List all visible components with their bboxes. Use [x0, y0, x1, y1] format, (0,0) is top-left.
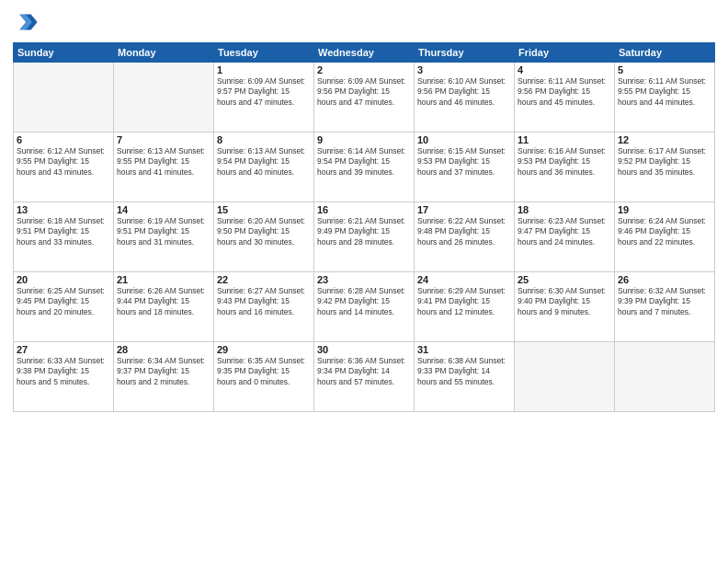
day-number: 3: [417, 64, 511, 75]
day-number: 15: [217, 204, 311, 215]
page: SundayMondayTuesdayWednesdayThursdayFrid…: [0, 0, 728, 563]
day-info: Sunrise: 6:11 AM Sunset: 9:55 PM Dayligh…: [618, 76, 711, 108]
day-number: 4: [518, 64, 611, 75]
day-cell: [515, 342, 615, 412]
day-cell: 31Sunrise: 6:38 AM Sunset: 9:33 PM Dayli…: [415, 342, 515, 412]
day-number: 25: [518, 274, 611, 285]
day-info: Sunrise: 6:09 AM Sunset: 9:57 PM Dayligh…: [217, 76, 311, 108]
day-cell: 16Sunrise: 6:21 AM Sunset: 9:49 PM Dayli…: [314, 202, 415, 272]
day-number: 22: [217, 274, 311, 285]
col-header-saturday: Saturday: [615, 43, 715, 63]
day-cell: 23Sunrise: 6:28 AM Sunset: 9:42 PM Dayli…: [314, 272, 415, 342]
day-info: Sunrise: 6:35 AM Sunset: 9:35 PM Dayligh…: [217, 356, 311, 387]
day-number: 29: [217, 344, 311, 355]
day-info: Sunrise: 6:34 AM Sunset: 9:37 PM Dayligh…: [117, 356, 210, 387]
day-info: Sunrise: 6:22 AM Sunset: 9:48 PM Dayligh…: [417, 216, 511, 247]
day-cell: 2Sunrise: 6:09 AM Sunset: 9:56 PM Daylig…: [314, 63, 415, 132]
day-info: Sunrise: 6:24 AM Sunset: 9:46 PM Dayligh…: [618, 216, 711, 247]
day-number: 8: [217, 134, 311, 145]
day-info: Sunrise: 6:18 AM Sunset: 9:51 PM Dayligh…: [17, 216, 110, 247]
day-info: Sunrise: 6:29 AM Sunset: 9:41 PM Dayligh…: [417, 286, 511, 317]
day-cell: [14, 63, 114, 132]
day-cell: 15Sunrise: 6:20 AM Sunset: 9:50 PM Dayli…: [214, 202, 314, 272]
day-number: 11: [518, 134, 611, 145]
day-number: 19: [618, 204, 711, 215]
day-number: 14: [117, 204, 210, 215]
day-info: Sunrise: 6:10 AM Sunset: 9:56 PM Dayligh…: [417, 76, 511, 108]
day-info: Sunrise: 6:11 AM Sunset: 9:56 PM Dayligh…: [518, 76, 611, 108]
day-cell: 13Sunrise: 6:18 AM Sunset: 9:51 PM Dayli…: [14, 202, 114, 272]
day-info: Sunrise: 6:20 AM Sunset: 9:50 PM Dayligh…: [217, 216, 311, 247]
col-header-monday: Monday: [114, 43, 214, 63]
day-number: 30: [317, 344, 411, 355]
day-cell: 11Sunrise: 6:16 AM Sunset: 9:53 PM Dayli…: [515, 132, 615, 202]
day-cell: [114, 63, 214, 132]
col-header-tuesday: Tuesday: [214, 43, 314, 63]
day-info: Sunrise: 6:25 AM Sunset: 9:45 PM Dayligh…: [17, 286, 110, 317]
day-cell: 3Sunrise: 6:10 AM Sunset: 9:56 PM Daylig…: [415, 63, 515, 132]
day-info: Sunrise: 6:33 AM Sunset: 9:38 PM Dayligh…: [17, 356, 110, 387]
day-info: Sunrise: 6:17 AM Sunset: 9:52 PM Dayligh…: [618, 146, 711, 178]
week-row-1: 6Sunrise: 6:12 AM Sunset: 9:55 PM Daylig…: [14, 132, 715, 202]
week-row-0: 1Sunrise: 6:09 AM Sunset: 9:57 PM Daylig…: [14, 63, 715, 132]
day-number: 12: [618, 134, 711, 145]
day-cell: 22Sunrise: 6:27 AM Sunset: 9:43 PM Dayli…: [214, 272, 314, 342]
day-cell: 18Sunrise: 6:23 AM Sunset: 9:47 PM Dayli…: [515, 202, 615, 272]
day-cell: 7Sunrise: 6:13 AM Sunset: 9:55 PM Daylig…: [114, 132, 214, 202]
day-number: 16: [317, 204, 411, 215]
day-info: Sunrise: 6:30 AM Sunset: 9:40 PM Dayligh…: [518, 286, 611, 317]
day-info: Sunrise: 6:28 AM Sunset: 9:42 PM Dayligh…: [317, 286, 411, 317]
calendar-table: SundayMondayTuesdayWednesdayThursdayFrid…: [13, 42, 715, 412]
col-header-friday: Friday: [515, 43, 615, 63]
day-cell: 10Sunrise: 6:15 AM Sunset: 9:53 PM Dayli…: [415, 132, 515, 202]
day-number: 10: [417, 134, 511, 145]
week-row-2: 13Sunrise: 6:18 AM Sunset: 9:51 PM Dayli…: [14, 202, 715, 272]
day-info: Sunrise: 6:14 AM Sunset: 9:54 PM Dayligh…: [317, 146, 411, 178]
day-cell: 1Sunrise: 6:09 AM Sunset: 9:57 PM Daylig…: [214, 63, 314, 132]
day-cell: 21Sunrise: 6:26 AM Sunset: 9:44 PM Dayli…: [114, 272, 214, 342]
day-info: Sunrise: 6:38 AM Sunset: 9:33 PM Dayligh…: [417, 356, 511, 387]
day-number: 17: [417, 204, 511, 215]
day-number: 28: [117, 344, 210, 355]
day-cell: 14Sunrise: 6:19 AM Sunset: 9:51 PM Dayli…: [114, 202, 214, 272]
day-cell: 29Sunrise: 6:35 AM Sunset: 9:35 PM Dayli…: [214, 342, 314, 412]
day-number: 26: [618, 274, 711, 285]
day-info: Sunrise: 6:15 AM Sunset: 9:53 PM Dayligh…: [417, 146, 511, 178]
week-row-3: 20Sunrise: 6:25 AM Sunset: 9:45 PM Dayli…: [14, 272, 715, 342]
day-info: Sunrise: 6:26 AM Sunset: 9:44 PM Dayligh…: [117, 286, 210, 317]
day-cell: 19Sunrise: 6:24 AM Sunset: 9:46 PM Dayli…: [615, 202, 715, 272]
day-number: 7: [117, 134, 210, 145]
day-info: Sunrise: 6:13 AM Sunset: 9:55 PM Dayligh…: [117, 146, 210, 178]
day-number: 24: [417, 274, 511, 285]
day-cell: 4Sunrise: 6:11 AM Sunset: 9:56 PM Daylig…: [515, 63, 615, 132]
col-header-sunday: Sunday: [14, 43, 114, 63]
day-info: Sunrise: 6:13 AM Sunset: 9:54 PM Dayligh…: [217, 146, 311, 178]
logo-icon: [13, 9, 39, 35]
day-number: 31: [417, 344, 511, 355]
day-number: 2: [317, 64, 411, 75]
day-cell: 6Sunrise: 6:12 AM Sunset: 9:55 PM Daylig…: [14, 132, 114, 202]
day-number: 13: [17, 204, 110, 215]
day-cell: 26Sunrise: 6:32 AM Sunset: 9:39 PM Dayli…: [615, 272, 715, 342]
day-cell: 8Sunrise: 6:13 AM Sunset: 9:54 PM Daylig…: [214, 132, 314, 202]
day-cell: 25Sunrise: 6:30 AM Sunset: 9:40 PM Dayli…: [515, 272, 615, 342]
day-number: 9: [317, 134, 411, 145]
day-number: 6: [17, 134, 110, 145]
day-info: Sunrise: 6:12 AM Sunset: 9:55 PM Dayligh…: [17, 146, 110, 178]
day-cell: 12Sunrise: 6:17 AM Sunset: 9:52 PM Dayli…: [615, 132, 715, 202]
day-info: Sunrise: 6:09 AM Sunset: 9:56 PM Dayligh…: [317, 76, 411, 108]
day-number: 21: [117, 274, 210, 285]
day-number: 5: [618, 64, 711, 75]
day-number: 1: [217, 64, 311, 75]
calendar-header-row: SundayMondayTuesdayWednesdayThursdayFrid…: [14, 43, 715, 63]
col-header-thursday: Thursday: [415, 43, 515, 63]
day-cell: 20Sunrise: 6:25 AM Sunset: 9:45 PM Dayli…: [14, 272, 114, 342]
day-cell: [615, 342, 715, 412]
day-info: Sunrise: 6:27 AM Sunset: 9:43 PM Dayligh…: [217, 286, 311, 317]
day-cell: 9Sunrise: 6:14 AM Sunset: 9:54 PM Daylig…: [314, 132, 415, 202]
day-number: 23: [317, 274, 411, 285]
day-cell: 27Sunrise: 6:33 AM Sunset: 9:38 PM Dayli…: [14, 342, 114, 412]
day-cell: 5Sunrise: 6:11 AM Sunset: 9:55 PM Daylig…: [615, 63, 715, 132]
header: [13, 9, 715, 35]
col-header-wednesday: Wednesday: [314, 43, 415, 63]
